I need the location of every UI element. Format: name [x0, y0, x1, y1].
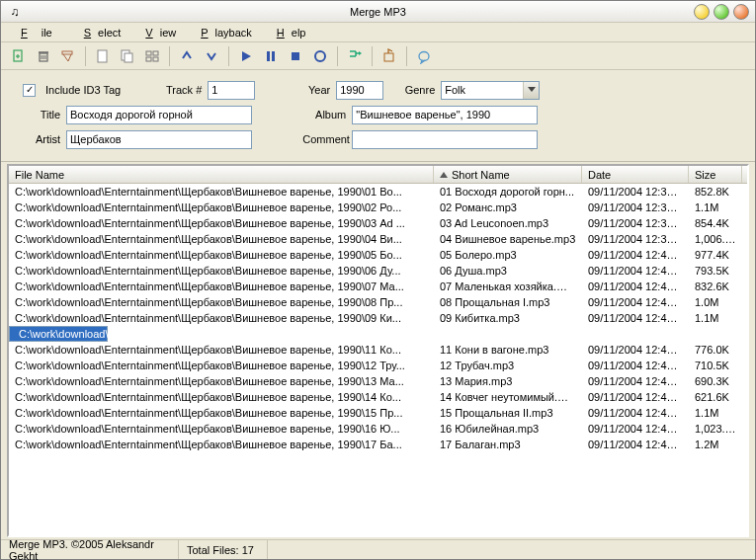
table-row[interactable]: C:\work\download\Enterntainment\Щербаков… — [9, 310, 747, 326]
table-header: File Name Short Name Date Size — [9, 166, 747, 184]
table-row[interactable]: C:\work\download\Enterntainment\Щербаков… — [9, 342, 747, 358]
cell-file: C:\work\download\Enterntainment\Щербаков… — [9, 439, 434, 450]
cell-short: 10 Аллилуйа.mp3 — [438, 328, 586, 340]
cell-date: 09/11/2004 12:40:04 — [582, 439, 689, 450]
artist-label: Artist — [17, 133, 60, 145]
cell-short: 03 Ad Leuconoen.mp3 — [434, 217, 582, 229]
id3-form: ✓ Include ID3 Tag Track # Title Artist Y… — [1, 70, 755, 162]
minimize-button[interactable] — [694, 4, 710, 20]
table-row[interactable]: C:\work\download\Enterntainment\Щербаков… — [9, 279, 747, 294]
cell-size: 852.8K — [689, 186, 742, 198]
table-row[interactable]: C:\work\download\Enterntainment\Щербаков… — [9, 405, 747, 421]
cell-date: 09/11/2004 12:39:58 — [582, 233, 689, 245]
cell-date: 09/11/2004 12:40:02 — [586, 328, 693, 340]
svg-point-22 — [315, 51, 325, 61]
cell-file: C:\work\download\Enterntainment\Щербаков… — [9, 296, 434, 308]
artist-input[interactable] — [66, 130, 252, 149]
genre-select[interactable]: Folk — [441, 81, 540, 100]
genre-value: Folk — [445, 84, 465, 96]
menu-playback[interactable]: Playback — [187, 25, 259, 40]
new-button[interactable] — [91, 45, 115, 67]
merge-button[interactable] — [343, 45, 367, 67]
table-row[interactable]: C:\work\download\Enterntainment\Щербаков… — [9, 184, 747, 200]
cell-short: 04 Вишневое варенье.mp3 — [434, 233, 582, 245]
cell-size: 710.5K — [689, 360, 742, 371]
svg-marker-23 — [359, 51, 362, 55]
cell-size: 783.3K — [693, 328, 746, 340]
add-file-button[interactable] — [7, 45, 31, 67]
svg-rect-19 — [267, 51, 270, 61]
cell-size: 621.6K — [689, 391, 742, 403]
table-row[interactable]: C:\work\download\Enterntainment\Щербаков… — [9, 263, 747, 279]
cell-file: C:\work\download\Enterntainment\Щербаков… — [9, 391, 434, 403]
cell-file: C:\work\download\Enterntainment\Щербаков… — [9, 360, 434, 371]
cell-short: 06 Душа.mp3 — [434, 265, 582, 277]
table-row[interactable]: C:\work\download\Enterntainment\Щербаков… — [9, 421, 747, 437]
col-file-name[interactable]: File Name — [9, 166, 434, 183]
table-row[interactable]: C:\work\download\Enterntainment\Щербаков… — [9, 215, 747, 231]
table-row[interactable]: C:\work\download\Enterntainment\Щербаков… — [9, 373, 747, 389]
cell-short: 05 Болеро.mp3 — [434, 249, 582, 261]
separator — [372, 46, 373, 66]
play-button[interactable] — [234, 45, 258, 67]
table-body[interactable]: C:\work\download\Enterntainment\Щербаков… — [9, 184, 747, 535]
about-button[interactable] — [412, 45, 436, 67]
cell-date: 09/11/2004 12:40:02 — [582, 360, 689, 371]
menu-select[interactable]: Select — [70, 25, 128, 40]
table-row[interactable]: C:\work\download\Enterntainment\Щербаков… — [9, 437, 747, 452]
record-button[interactable] — [308, 45, 332, 67]
menu-view[interactable]: View — [131, 25, 183, 40]
year-input[interactable] — [336, 81, 383, 100]
table-row[interactable]: C:\work\download\Enterntainment\Щербаков… — [9, 326, 108, 342]
maximize-button[interactable] — [714, 4, 729, 20]
menu-file[interactable]: File — [7, 25, 66, 40]
svg-rect-13 — [125, 53, 132, 62]
cell-size: 854.4K — [689, 217, 742, 229]
svg-rect-24 — [384, 53, 393, 61]
move-up-button[interactable] — [175, 45, 199, 67]
include-id3-checkbox[interactable]: ✓ — [23, 84, 36, 97]
titlebar[interactable]: ♫ Merge MP3 — [1, 1, 755, 23]
table-row[interactable]: C:\work\download\Enterntainment\Щербаков… — [9, 231, 747, 247]
cell-size: 1.0M — [689, 296, 742, 308]
table-row[interactable]: C:\work\download\Enterntainment\Щербаков… — [9, 294, 747, 310]
table-row[interactable]: C:\work\download\Enterntainment\Щербаков… — [9, 389, 747, 405]
move-down-button[interactable] — [200, 45, 223, 67]
copy-button[interactable] — [116, 45, 139, 67]
delete-button[interactable] — [32, 45, 55, 67]
export-button[interactable] — [378, 45, 401, 67]
stop-button[interactable] — [284, 45, 307, 67]
status-copyright: Merge MP3. ©2005 Aleksandr Gekht — [1, 540, 179, 559]
col-date[interactable]: Date — [582, 166, 689, 183]
table-row[interactable]: C:\work\download\Enterntainment\Щербаков… — [9, 247, 747, 263]
menu-help[interactable]: Help — [263, 25, 313, 40]
properties-button[interactable] — [140, 45, 164, 67]
cell-size: 1.1M — [689, 407, 742, 419]
cell-date: 09/11/2004 12:40:00 — [582, 312, 689, 324]
table-row[interactable]: C:\work\download\Enterntainment\Щербаков… — [9, 200, 747, 215]
album-input[interactable] — [352, 106, 538, 124]
separator — [337, 46, 338, 66]
pause-button[interactable] — [259, 45, 283, 67]
cell-size: 776.0K — [689, 344, 742, 356]
album-label: Album — [302, 109, 346, 120]
chevron-down-icon — [523, 82, 539, 99]
svg-rect-15 — [153, 51, 158, 55]
cell-size: 1,023.0K — [689, 423, 742, 435]
cell-date: 09/11/2004 12:40:00 — [582, 265, 689, 277]
table-row[interactable]: C:\work\download\Enterntainment\Щербаков… — [9, 358, 747, 373]
close-button[interactable] — [733, 4, 749, 20]
cell-size: 793.5K — [689, 265, 742, 277]
cell-date: 09/11/2004 12:40:00 — [582, 249, 689, 261]
col-size[interactable]: Size — [689, 166, 742, 183]
cell-short: 17 Балаган.mp3 — [434, 439, 582, 450]
svg-rect-20 — [272, 51, 275, 61]
status-empty — [268, 540, 755, 559]
track-input[interactable] — [208, 81, 255, 100]
col-short-name[interactable]: Short Name — [434, 166, 582, 183]
toolbar — [1, 42, 755, 70]
comment-input[interactable] — [352, 130, 538, 149]
cell-size: 832.6K — [689, 280, 742, 292]
title-input[interactable] — [66, 106, 252, 124]
clear-list-button[interactable] — [56, 45, 80, 67]
